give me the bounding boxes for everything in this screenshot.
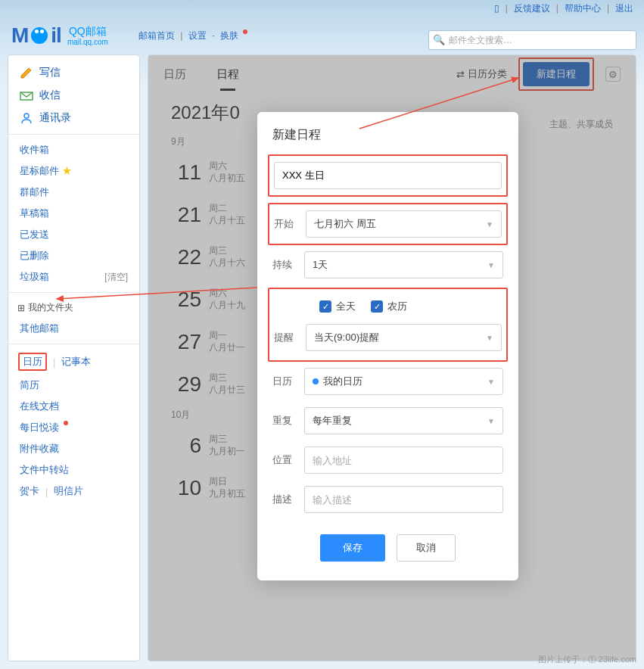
skin-dot — [243, 30, 247, 34]
logo-m: M — [11, 23, 28, 48]
star-icon: ★ — [62, 165, 72, 176]
search-icon: 🔍 — [433, 34, 445, 45]
sidebar-item-filestation[interactable]: 文件中转站 — [8, 459, 139, 481]
compose-icon — [20, 67, 33, 79]
sidebar-item-starred[interactable]: 星标邮件 ★ — [8, 160, 139, 182]
sidebar-item-deleted[interactable]: 已删除 — [8, 245, 139, 266]
contacts-button[interactable]: 通讯录 — [8, 107, 139, 129]
receive-icon — [20, 89, 33, 101]
sidebar-item-trash[interactable]: 垃圾箱[清空] — [8, 266, 139, 288]
start-label: 开始 — [274, 217, 297, 231]
save-button[interactable]: 保存 — [320, 534, 385, 562]
sidebar-item-other[interactable]: 其他邮箱 — [8, 318, 139, 339]
check-icon: ✓ — [319, 300, 331, 313]
caret-icon: ▼ — [486, 220, 493, 229]
cancel-button[interactable]: 取消 — [397, 534, 456, 562]
feedback-link[interactable]: 反馈建议 — [514, 2, 550, 15]
mobile-icon[interactable]: ▯ — [494, 3, 499, 14]
desc-input[interactable] — [304, 486, 503, 513]
logo: M il QQ邮箱 mail.qq.com — [11, 23, 108, 48]
daily-dot — [64, 421, 68, 425]
options-highlight: ✓ 全天 ✓ 农历 提醒 当天(9:00)提醒▼ — [268, 288, 508, 362]
watermark: 图片上传于：① 23life.com — [538, 654, 636, 665]
caret-icon: ▼ — [487, 378, 495, 386]
sidebar-item-group[interactable]: 群邮件 — [8, 182, 139, 203]
brand-text: QQ邮箱 — [69, 25, 107, 37]
sidebar-item-card[interactable]: 贺卡 — [20, 484, 39, 498]
subject-highlight — [268, 154, 508, 197]
repeat-select[interactable]: 每年重复▼ — [304, 407, 503, 434]
cal-select[interactable]: 我的日历 ▼ — [304, 368, 503, 395]
subject-input[interactable] — [274, 162, 502, 189]
header: M il QQ邮箱 mail.qq.com 邮箱首页 | 设置 - 换肤 🔍 — [0, 17, 644, 54]
location-input[interactable] — [304, 447, 503, 474]
contacts-icon — [20, 112, 33, 124]
nav-skin[interactable]: 换肤 — [220, 30, 238, 41]
repeat-label: 重复 — [272, 414, 295, 428]
sidebar-item-attach[interactable]: 附件收藏 — [8, 438, 139, 459]
duration-label: 持续 — [272, 258, 295, 272]
remind-select[interactable]: 当天(9:00)提醒▼ — [306, 324, 502, 351]
sidebar-item-docs[interactable]: 在线文档 — [8, 396, 139, 417]
sidebar-item-daily[interactable]: 每日悦读 — [8, 417, 139, 438]
compose-button[interactable]: 写信 — [8, 61, 139, 84]
sidebar-item-sent[interactable]: 已发送 — [8, 224, 139, 245]
new-schedule-modal: 新建日程 开始 七月初六 周五▼ 持续 1天▼ ✓ 全天 ✓ 农历 — [257, 112, 518, 580]
receive-button[interactable]: 收信 — [8, 84, 139, 107]
loc-label: 位置 — [272, 453, 295, 467]
desc-label: 描述 — [272, 493, 295, 506]
caret-icon: ▼ — [486, 334, 493, 342]
sidebar-item-calendar[interactable]: 日历 — [18, 353, 47, 371]
topnav: 邮箱首页 | 设置 - 换肤 — [138, 30, 247, 42]
logout-link[interactable]: 退出 — [615, 2, 633, 15]
check-icon: ✓ — [371, 300, 383, 313]
brand-domain: mail.qq.com — [67, 39, 108, 46]
nav-settings[interactable]: 设置 — [188, 30, 207, 41]
nav-home[interactable]: 邮箱首页 — [138, 30, 175, 41]
duration-select[interactable]: 1天▼ — [304, 251, 503, 278]
remind-label: 提醒 — [274, 331, 297, 344]
svg-point-1 — [24, 114, 29, 118]
sidebar-section-myfolders[interactable]: ⊞我的文件夹 — [8, 297, 139, 318]
search-wrap: 🔍 — [428, 30, 636, 50]
topbar: ▯ | 反馈建议 | 帮助中心 | 退出 — [0, 0, 644, 17]
cal-label: 日历 — [272, 375, 295, 388]
sidebar-item-inbox[interactable]: 收件箱 — [8, 139, 139, 160]
caret-icon: ▼ — [487, 417, 495, 425]
cal-dot-icon — [313, 378, 319, 384]
start-select[interactable]: 七月初六 周五▼ — [306, 210, 502, 238]
clear-trash[interactable]: [清空] — [104, 271, 128, 284]
allday-checkbox[interactable]: ✓ 全天 — [319, 300, 356, 313]
sidebar-item-postcard[interactable]: 明信片 — [54, 484, 83, 498]
start-highlight: 开始 七月初六 周五▼ — [268, 203, 508, 245]
penguin-icon — [31, 27, 48, 44]
plus-icon: ⊞ — [17, 303, 25, 313]
sidebar-item-notebook[interactable]: 记事本 — [61, 355, 91, 369]
sidebar: 写信 收信 通讯录 收件箱 星标邮件 ★ 群邮件 草稿箱 已发送 已删除 垃圾箱… — [8, 54, 140, 661]
lunar-checkbox[interactable]: ✓ 农历 — [371, 300, 407, 313]
sidebar-card-row: 贺卡 | 明信片 — [8, 481, 139, 502]
sidebar-calendar-row: 日历 | 记事本 — [8, 349, 139, 375]
search-input[interactable] — [428, 30, 636, 50]
logo-il: il — [51, 23, 61, 48]
help-link[interactable]: 帮助中心 — [565, 2, 601, 15]
modal-title: 新建日程 — [257, 127, 518, 154]
sidebar-item-resume[interactable]: 简历 — [8, 375, 139, 396]
sidebar-item-drafts[interactable]: 草稿箱 — [8, 203, 139, 224]
caret-icon: ▼ — [487, 261, 495, 269]
